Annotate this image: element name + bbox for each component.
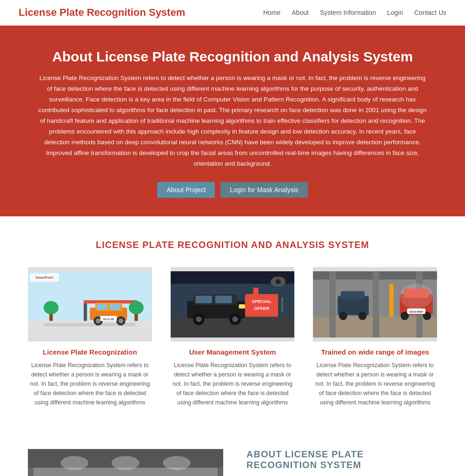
svg-text:SPECIAL: SPECIAL	[252, 299, 271, 304]
svg-point-59	[339, 312, 347, 320]
car2-svg: SPECIAL OFFER HIKVISION	[171, 271, 295, 337]
svg-point-20	[129, 301, 144, 314]
about-svg: P	[28, 449, 223, 476]
login-mask-analysis-button[interactable]: Login for Mask Analysis	[220, 182, 307, 198]
feature-image-1: TN 21 AB SmartPoint	[28, 267, 152, 342]
svg-rect-58	[341, 291, 365, 300]
svg-rect-28	[195, 296, 212, 303]
about-content: ABOUT LICENSE PLATE RECOGNITION SYSTEM L…	[246, 449, 437, 476]
feature-card-3: OOH 848Y Trained on wide range of images…	[313, 267, 437, 407]
svg-text:OFFER: OFFER	[254, 306, 269, 311]
svg-rect-29	[215, 296, 232, 303]
feature-card-1: TN 21 AB SmartPoint License Plate Recogn…	[28, 267, 152, 407]
svg-text:HIKVISION: HIKVISION	[281, 297, 284, 312]
svg-point-40	[276, 280, 279, 283]
feature-desc-2: License Plate Recognization System refer…	[171, 361, 295, 407]
nav-system-information[interactable]: System Information	[320, 9, 376, 16]
svg-rect-95	[28, 468, 33, 476]
nav-about[interactable]: About	[292, 9, 309, 16]
feature-title-3: Trained on wide range of images	[313, 348, 437, 356]
nav-login[interactable]: Login	[387, 9, 403, 16]
hero-description: License Plate Recognization System refer…	[37, 73, 428, 169]
svg-point-65	[112, 456, 140, 470]
svg-point-66	[163, 456, 191, 470]
feature-desc-3: License Plate Recognization System refer…	[313, 361, 437, 407]
car1-svg: TN 21 AB SmartPoint	[28, 271, 152, 337]
svg-point-12	[119, 319, 124, 324]
feature-image-2: SPECIAL OFFER HIKVISION	[171, 267, 295, 342]
about-image: P	[28, 449, 223, 476]
about-title: ABOUT LICENSE PLATE RECOGNITION SYSTEM	[246, 449, 437, 470]
navbar: License Plate Recognition System Home Ab…	[0, 0, 465, 26]
svg-rect-96	[218, 468, 223, 476]
features-grid: TN 21 AB SmartPoint License Plate Recogn…	[28, 267, 437, 407]
svg-rect-7	[97, 304, 107, 310]
svg-rect-8	[110, 304, 120, 310]
feature-image-3: OOH 848Y	[313, 267, 437, 342]
feature-title-2: User Management System	[171, 348, 295, 356]
features-title: LICENSE PLATE RECOGNITION AND ANALYSIS S…	[28, 240, 437, 250]
about-section: P	[0, 426, 465, 476]
nav-home[interactable]: Home	[263, 9, 280, 16]
svg-rect-45	[330, 271, 336, 337]
navbar-brand: License Plate Recognition System	[19, 7, 185, 19]
about-project-button[interactable]: About Project	[157, 182, 215, 198]
svg-rect-34	[239, 304, 245, 308]
nav-contact-us[interactable]: Contact Us	[414, 9, 446, 16]
svg-text:TN 21 AB: TN 21 AB	[103, 318, 114, 321]
svg-point-60	[359, 312, 367, 320]
hero-buttons: About Project Login for Mask Analysis	[37, 182, 428, 198]
car3-svg: OOH 848Y	[313, 271, 437, 337]
navbar-links: Home About System Information Login Cont…	[263, 8, 446, 17]
features-section: LICENSE PLATE RECOGNITION AND ANALYSIS S…	[0, 216, 465, 426]
svg-text:SmartPoint: SmartPoint	[36, 276, 54, 280]
svg-point-33	[232, 316, 238, 322]
hero-title: About License Plate Recognition and Anal…	[37, 49, 428, 65]
svg-rect-52	[390, 284, 394, 317]
svg-point-18	[44, 301, 59, 314]
svg-point-54	[400, 284, 433, 308]
svg-rect-46	[373, 271, 379, 337]
svg-point-10	[96, 319, 101, 324]
feature-title-1: License Plate Recognization	[28, 348, 152, 356]
feature-card-2: SPECIAL OFFER HIKVISION User Management …	[171, 267, 295, 407]
hero-section: About License Plate Recognition and Anal…	[0, 26, 465, 216]
svg-point-31	[196, 316, 201, 322]
feature-desc-1: License Plate Recognization System refer…	[28, 361, 152, 407]
svg-text:OOH 848Y: OOH 848Y	[409, 310, 424, 313]
svg-point-64	[60, 456, 88, 470]
